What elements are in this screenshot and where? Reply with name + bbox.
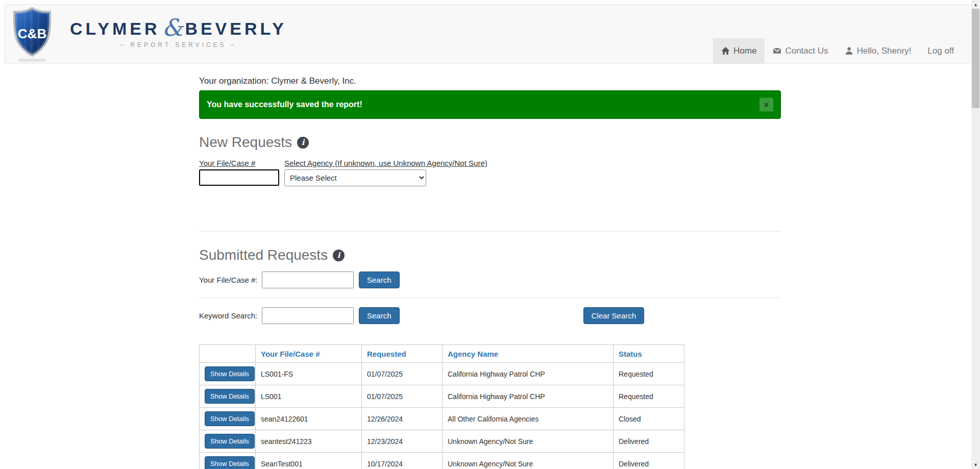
cell-agency: California Highway Patrol CHP [443,363,614,385]
keyword-search-label: Keyword Search: [199,311,262,320]
scroll-down-icon[interactable]: ▼ [971,460,980,469]
agency-select[interactable]: Please Select [284,169,426,186]
shield-logo-icon: C&B [12,6,53,58]
clear-search-button[interactable]: Clear Search [583,307,645,324]
cell-status: Requested [614,385,684,408]
brand-logo: C&B [12,6,53,62]
cell-agency: Unknown Agency/Not Sure [443,430,614,453]
alert-close-icon[interactable]: × [760,98,773,112]
scrollbar-thumb[interactable] [972,9,979,108]
cell-status: Requested [614,363,684,385]
nav-home-label: Home [733,46,756,56]
cell-status: Delivered [614,453,684,469]
file-case-search-input[interactable] [262,271,354,288]
main-content: Your organization: Clymer & Beverly, Inc… [191,76,789,469]
info-icon[interactable]: i [297,137,309,149]
show-details-button[interactable]: Show Details [205,456,255,469]
nav-item-contact-us[interactable]: Contact Us [765,38,836,63]
brand-tagline: – REPORT SERVICES – [70,41,287,48]
file-case-search-row: Your File/Case #: Search [199,271,781,288]
envelope-icon [773,46,781,55]
cell-status: Closed [614,408,684,430]
table-header-row: Your File/Case # Requested Agency Name S… [200,345,684,363]
new-request-form: Your File/Case # Select Agency (If unkno… [199,159,781,186]
shield-monogram: C&B [18,26,46,41]
new-requests-title-text: New Requests [199,134,292,151]
nav-item-home[interactable]: Home [713,38,765,63]
cell-requested: 01/07/2025 [362,363,443,385]
file-case-label[interactable]: Your File/Case # [199,159,279,167]
table-header-file-case[interactable]: Your File/Case # [256,345,362,363]
organization-line: Your organization: Clymer & Beverly, Inc… [199,76,781,86]
vertical-scrollbar[interactable]: ▲ ▼ [971,0,980,469]
table-row: Show Details seantest241223 12/23/2024 U… [200,430,684,453]
user-icon [845,46,853,55]
table-header-status[interactable]: Status [614,345,684,363]
brand-name-left: CLYMER [70,20,160,37]
nav-item-user-greeting[interactable]: Hello, Shenry! [837,38,920,63]
brand-text: CLYMER & BEVERLY – REPORT SERVICES – [70,19,287,49]
cell-agency: California Highway Patrol CHP [443,385,614,408]
submitted-requests-title: Submitted Requests i [199,247,781,263]
table-header-agency[interactable]: Agency Name [443,345,614,363]
table-row: Show Details LS001 01/07/2025 California… [200,385,684,408]
file-case-field-group: Your File/Case # [199,159,279,186]
top-navbar: C&B CLYMER & BEVERLY – REPORT SERVICES –… [4,4,976,64]
scroll-up-icon[interactable]: ▲ [971,0,980,9]
cell-requested: 01/07/2025 [362,385,443,408]
cell-requested: 12/23/2024 [362,430,443,453]
nav-logoff-label: Log off [927,46,954,56]
agency-field-group: Select Agency (If unknown, use Unknown A… [284,159,487,186]
cell-file-case: LS001-FS [256,363,362,385]
agency-label[interactable]: Select Agency (If unknown, use Unknown A… [284,159,487,167]
cell-file-case: seantest241223 [256,430,362,453]
table-row: Show Details SeanTest001 10/17/2024 Unkn… [200,453,684,469]
home-icon [721,46,730,55]
shield-reflection [19,59,45,62]
cell-file-case: sean24122601 [256,408,362,430]
show-details-button[interactable]: Show Details [205,366,255,381]
cell-status: Delivered [614,430,684,453]
brand-ampersand: & [162,18,183,37]
cell-file-case: LS001 [256,385,362,408]
info-icon[interactable]: i [333,250,345,261]
show-details-button[interactable]: Show Details [205,434,255,449]
submitted-requests-table: Your File/Case # Requested Agency Name S… [199,344,684,469]
table-header-requested[interactable]: Requested [362,345,443,363]
table-row: Show Details sean24122601 12/26/2024 All… [200,408,684,430]
section-divider [199,231,781,232]
file-case-search-label: Your File/Case #: [199,276,262,284]
table-header-actions [200,345,256,363]
cell-file-case: SeanTest001 [256,453,362,469]
table-row: Show Details LS001-FS 01/07/2025 Califor… [200,363,684,385]
keyword-search-button[interactable]: Search [359,307,400,324]
nav-contact-label: Contact Us [785,46,828,56]
nav-greeting-label: Hello, Shenry! [857,46,912,56]
brand-name: CLYMER & BEVERLY [70,19,287,38]
search-divider [199,298,781,298]
cell-requested: 10/17/2024 [362,453,443,469]
file-case-input[interactable] [199,169,279,186]
success-alert-message: You have successfully saved the report! [207,100,362,109]
top-nav: Home Contact Us Hello, Shenry! Log off [713,5,962,63]
show-details-button[interactable]: Show Details [205,389,255,404]
brand: C&B CLYMER & BEVERLY – REPORT SERVICES – [5,5,287,63]
cell-agency: All Other California Agencies [443,408,614,430]
nav-item-log-off[interactable]: Log off [919,38,962,63]
keyword-search-row: Keyword Search: Search Clear Search [199,307,781,324]
keyword-search-input[interactable] [262,307,354,324]
brand-name-right: BEVERLY [185,20,286,37]
file-case-search-button[interactable]: Search [359,271,400,288]
new-requests-title: New Requests i [199,134,781,151]
submitted-requests-title-text: Submitted Requests [199,247,328,263]
success-alert: You have successfully saved the report! … [199,90,781,119]
show-details-button[interactable]: Show Details [205,411,255,426]
cell-agency: Unknown Agency/Not Sure [443,453,614,469]
cell-requested: 12/26/2024 [362,408,443,430]
